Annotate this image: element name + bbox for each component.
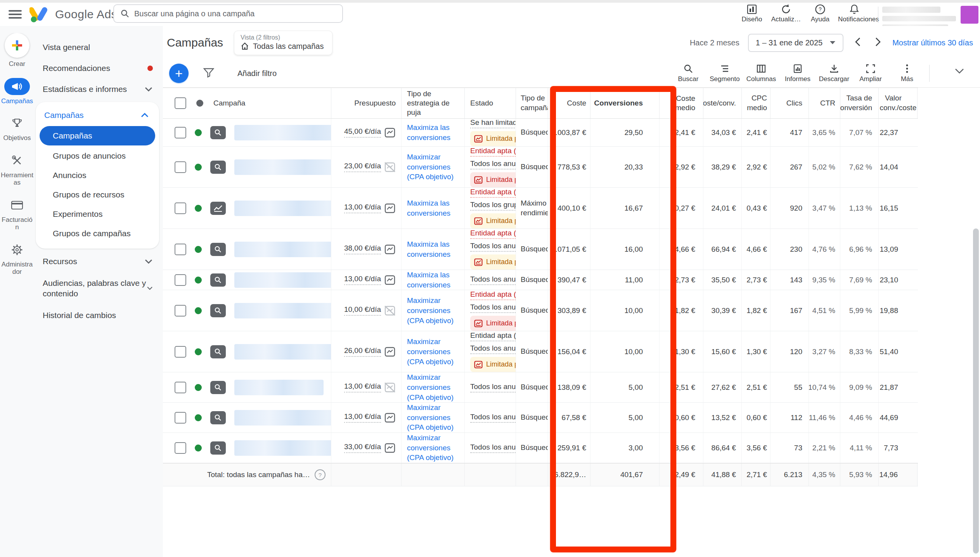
bid-strategy-link[interactable]: Maximizar conversiones (CPA objetivo) [407,372,464,402]
table-row[interactable]: 10,00 €/día Maximizar conversiones (CPA … [163,290,918,331]
status-line[interactable]: Todos los anunc [470,382,516,393]
budget-edit-icon[interactable] [384,443,396,453]
table-row[interactable]: 13,00 €/día Maximizar conversiones (CPA … [163,372,918,403]
sidebar-item-assets[interactable]: Recursos [34,251,163,272]
status-line[interactable]: Se han limitado [470,119,516,128]
enabled-status-dot[interactable] [195,277,202,284]
col-cost[interactable]: Coste [548,88,590,118]
enabled-status-dot[interactable] [195,164,202,171]
budget-value[interactable]: 13,00 €/día [344,412,381,423]
status-alert[interactable]: Entidad apta (lin [470,331,516,341]
limited-badge[interactable]: Limitada p [470,254,516,270]
rail-item-create[interactable]: Crear [0,33,34,68]
row-checkbox[interactable] [175,442,186,454]
status-line[interactable]: Todos los anunc [470,413,516,423]
row-checkbox[interactable] [175,382,186,393]
budget-edit-icon[interactable] [384,346,396,357]
budget-edit-icon[interactable] [384,382,396,393]
budget-value[interactable]: 13,00 €/día [344,275,381,285]
budget-edit-icon[interactable] [384,203,396,214]
budget-value[interactable]: 23,00 €/día [344,162,381,172]
sidebar-item-recommendations[interactable]: Recomendaciones [34,58,163,79]
avatar[interactable] [961,6,978,24]
col-avg-cpc[interactable]: CPC medio [742,88,770,118]
bid-strategy-link[interactable]: Maximiza las conversiones [407,270,464,290]
col-conversions-sorted[interactable]: ↓Conversiones [590,88,660,118]
col-ctr[interactable]: CTR [809,88,840,118]
enabled-status-dot[interactable] [195,246,202,253]
limited-badge[interactable]: Limitada p [470,357,516,372]
view-selector[interactable]: Vista (2 filtros) Todas las campañas [234,31,332,55]
expand-tool-button[interactable]: Ampliar [852,64,889,83]
sidebar-item-asset-groups[interactable]: Grupos de recursos [36,185,159,204]
bid-strategy-link[interactable]: Maximiza las conversiones [407,239,464,259]
col-bid-strategy[interactable]: Tipo de estrategia de puja [402,88,465,118]
row-checkbox[interactable] [175,274,186,286]
filter-icon[interactable] [203,67,214,79]
select-all-checkbox[interactable] [175,97,186,109]
col-conv-rate[interactable]: Tasa de conversión [840,88,879,118]
search-input[interactable]: Buscar una página o una campaña [113,4,343,23]
show-last-30-link[interactable]: Mostrar últimos 30 días [892,38,973,47]
status-line[interactable]: Todos los anunc [470,303,516,313]
enabled-status-dot[interactable] [195,414,202,421]
sidebar-item-insights[interactable]: Estadísticas e informes [34,79,163,100]
table-row[interactable]: 23,00 €/día Maximizar conversiones (CPA … [163,147,918,188]
bid-strategy-link[interactable]: Maximiza las conversiones [407,198,464,218]
refresh-button[interactable]: Actualiz… [769,3,803,23]
row-checkbox[interactable] [175,244,186,255]
row-checkbox[interactable] [175,412,186,424]
table-row[interactable]: 13,00 €/día Maximiza las conversiones To… [163,270,918,290]
row-checkbox[interactable] [175,127,186,138]
table-row[interactable]: 13,00 €/día Maximizar conversiones (CPA … [163,403,918,433]
sidebar-item-campaigns[interactable]: Campañas [40,126,155,145]
col-campaign-type[interactable]: Tipo de campaña [516,88,548,118]
campaign-name-redacted[interactable] [234,410,331,426]
bid-strategy-link[interactable]: Maximizar conversiones (CPA objetivo) [407,337,464,367]
budget-value[interactable]: 13,00 €/día [344,382,381,393]
status-line[interactable]: Todos los grupo [470,201,516,211]
enabled-status-dot[interactable] [195,384,202,391]
budget-edit-icon[interactable] [384,412,396,423]
budget-value[interactable]: 26,00 €/día [344,346,381,357]
budget-value[interactable]: 38,00 €/día [344,244,381,254]
col-avg-cost[interactable]: Coste medio [660,88,703,118]
help-circle-icon[interactable]: ? [315,469,326,480]
budget-value[interactable]: 13,00 €/día [344,203,381,213]
enabled-status-dot[interactable] [195,205,202,212]
design-button[interactable]: Diseño [735,3,769,23]
status-line[interactable]: Todos los anunc [470,443,516,453]
bid-strategy-link[interactable]: Maximizar conversiones (CPA objetivo) [407,433,464,463]
campaign-name-redacted[interactable] [234,125,331,140]
campaign-name-redacted[interactable] [234,303,331,318]
table-row[interactable]: 33,00 €/día Maximizar conversiones (CPA … [163,433,918,463]
table-row[interactable]: 26,00 €/día Maximizar conversiones (CPA … [163,331,918,372]
status-alert[interactable]: Entidad apta (lin [470,188,516,198]
row-checkbox[interactable] [175,305,186,317]
campaign-name-redacted[interactable] [234,272,331,288]
col-campaign[interactable]: Campaña [213,99,245,108]
row-checkbox[interactable] [175,202,186,214]
status-line[interactable]: Todos los anunc [470,344,516,354]
table-row[interactable]: 38,00 €/día Maximiza las conversiones En… [163,229,918,270]
row-checkbox[interactable] [175,161,186,173]
collapse-table-chevron[interactable] [954,68,964,76]
enabled-status-dot[interactable] [195,445,202,451]
bid-strategy-link[interactable]: Maximizar conversiones (CPA objetivo) [407,152,464,182]
status-filter-dot[interactable] [196,100,203,107]
campaign-name-redacted[interactable] [234,242,331,257]
status-alert[interactable]: Entidad apta (lin [470,290,516,300]
bid-strategy-link[interactable]: Maximizar conversiones (CPA objetivo) [407,403,464,432]
next-period-button[interactable] [872,37,884,48]
budget-edit-icon[interactable] [384,305,396,316]
sidebar-item-overview[interactable]: Vista general [34,37,163,58]
col-status[interactable]: Estado [465,88,516,118]
campaign-name-redacted[interactable] [234,344,331,360]
table-row[interactable]: 13,00 €/día Maximiza las conversiones En… [163,188,918,229]
vertical-scrollbar[interactable] [973,228,979,554]
segment-tool-button[interactable]: Segmento [706,64,743,83]
date-range-selector[interactable]: 1 – 31 ene de 2025 [748,34,843,52]
sidebar-item-audiences[interactable]: Audiencias, palabras clave y contenido [34,272,163,305]
campaign-name-redacted[interactable] [234,440,331,456]
google-ads-logo[interactable]: Google Ads [29,6,117,23]
